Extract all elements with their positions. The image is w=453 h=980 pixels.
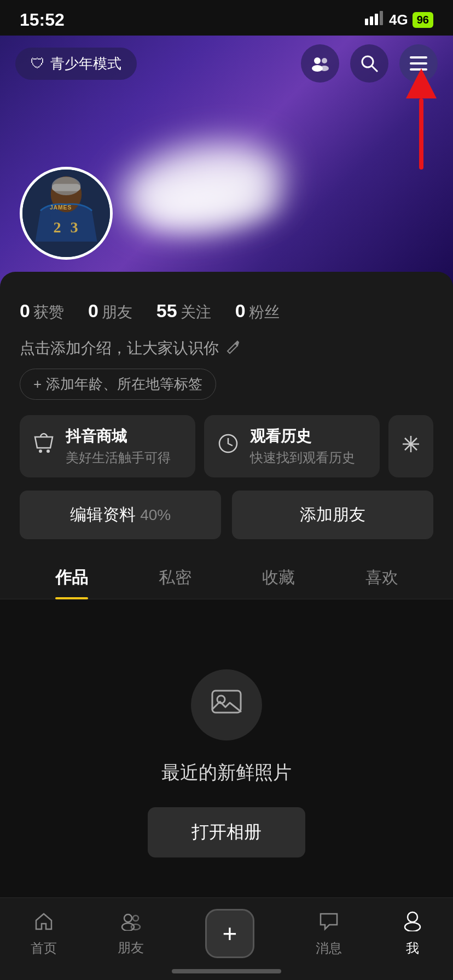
bio-row[interactable]: 点击添加介绍，让大家认识你 — [20, 334, 433, 369]
nav-add-button[interactable]: + — [205, 909, 254, 958]
nav-friends-label: 朋友 — [118, 939, 144, 956]
quick-links: 抖音商城 美好生活触手可得 观看历史 快速找到观看历史 — [20, 415, 433, 491]
shop-link[interactable]: 抖音商城 美好生活触手可得 — [20, 415, 195, 477]
nav-home[interactable]: 首页 — [31, 911, 57, 957]
svg-point-36 — [405, 923, 420, 931]
open-album-button[interactable]: 打开相册 — [148, 807, 305, 858]
stat-likes-num: 0 — [20, 300, 30, 322]
stat-friends-num: 0 — [88, 300, 98, 322]
battery-indicator: 96 — [413, 12, 433, 28]
edit-bio-icon — [225, 339, 241, 358]
tab-collect-label: 收藏 — [262, 568, 295, 586]
svg-rect-3 — [380, 11, 383, 25]
tags-row: + 添加年龄、所在地等标签 — [20, 369, 433, 415]
top-nav: 🛡 青少年模式 — [0, 36, 453, 91]
youth-mode-label: 青少年模式 — [50, 54, 121, 73]
empty-photo-icon — [210, 686, 243, 724]
edit-profile-percent: 40% — [140, 506, 171, 523]
nav-me[interactable]: 我 — [403, 911, 422, 957]
stat-following-label: 关注 — [181, 302, 211, 323]
add-tag-icon: + — [33, 376, 42, 393]
stat-fans-num: 0 — [235, 300, 246, 322]
add-tag-label: 添加年龄、所在地等标签 — [46, 375, 202, 394]
home-icon — [33, 911, 54, 936]
svg-rect-11 — [410, 62, 427, 65]
stat-likes: 0 获赞 — [20, 300, 64, 323]
history-text: 观看历史 快速找到观看历史 — [250, 426, 355, 466]
nav-me-label: 我 — [406, 940, 419, 957]
svg-point-8 — [362, 56, 373, 67]
messages-icon — [318, 911, 339, 936]
stat-friends-label: 朋友 — [102, 302, 132, 323]
search-nav-button[interactable] — [350, 44, 388, 83]
history-subtitle: 快速找到观看历史 — [250, 449, 355, 466]
stat-friends: 0 朋友 — [88, 300, 132, 323]
tab-likes[interactable]: 喜欢 — [330, 555, 433, 599]
svg-rect-20 — [52, 184, 81, 191]
add-friend-button[interactable]: 添加朋友 — [232, 491, 433, 539]
profile-section: 0 获赞 0 朋友 55 关注 0 粉丝 点击添加介绍，让大家认识你 + 添加年 — [0, 272, 453, 599]
shop-icon — [32, 431, 56, 461]
tab-works[interactable]: 作品 — [20, 555, 123, 599]
svg-text:3: 3 — [71, 219, 78, 236]
status-icons: 4G 96 — [365, 11, 433, 29]
bottom-nav: 首页 朋友 + 消息 我 — [0, 897, 453, 980]
svg-line-9 — [372, 66, 378, 72]
shop-subtitle: 美好生活触手可得 — [66, 449, 171, 466]
content-area: 最近的新鲜照片 打开相册 — [0, 599, 453, 928]
tab-private-label: 私密 — [159, 568, 191, 586]
svg-point-32 — [122, 923, 134, 931]
stat-likes-label: 获赞 — [33, 302, 64, 323]
svg-point-35 — [408, 912, 417, 922]
svg-rect-0 — [365, 19, 368, 25]
nav-friends[interactable]: 朋友 — [118, 911, 144, 956]
add-friend-label: 添加朋友 — [300, 505, 365, 523]
tab-private[interactable]: 私密 — [123, 555, 226, 599]
nav-messages[interactable]: 消息 — [316, 911, 342, 957]
friends-icon — [120, 911, 141, 936]
svg-rect-10 — [410, 56, 427, 59]
status-time: 15:52 — [20, 10, 65, 30]
youth-mode-button[interactable]: 🛡 青少年模式 — [15, 48, 137, 80]
star-icon — [400, 434, 421, 459]
svg-point-22 — [39, 450, 42, 453]
stat-fans-label: 粉丝 — [249, 302, 280, 323]
signal-icon — [365, 11, 385, 29]
nav-home-label: 首页 — [31, 940, 57, 957]
svg-text:2: 2 — [53, 219, 60, 236]
youth-mode-icon: 🛡 — [31, 55, 45, 72]
friends-nav-button[interactable] — [301, 44, 339, 83]
stat-fans: 0 粉丝 — [235, 300, 280, 323]
home-indicator — [172, 969, 281, 973]
arrow-line — [419, 98, 423, 170]
svg-point-34 — [131, 924, 140, 930]
edit-profile-label: 编辑资料 — [70, 505, 136, 523]
svg-rect-1 — [370, 16, 373, 25]
stats-row: 0 获赞 0 朋友 55 关注 0 粉丝 — [20, 287, 433, 334]
arrow-head — [406, 68, 437, 98]
svg-point-23 — [47, 450, 50, 453]
svg-point-7 — [320, 66, 329, 71]
svg-point-31 — [124, 914, 132, 922]
bio-placeholder: 点击添加介绍，让大家认识你 — [20, 338, 219, 359]
shop-title: 抖音商城 — [66, 426, 171, 447]
star-shortcut-button[interactable] — [388, 415, 433, 477]
cover-area: 🛡 青少年模式 — [0, 36, 453, 287]
empty-icon-circle — [191, 669, 262, 740]
red-arrow-annotation — [406, 68, 437, 164]
network-label: 4G — [389, 11, 408, 28]
empty-title: 最近的新鲜照片 — [161, 760, 292, 785]
svg-point-33 — [133, 915, 138, 921]
add-tag-button[interactable]: + 添加年龄、所在地等标签 — [20, 369, 216, 400]
me-icon — [403, 911, 422, 936]
tab-collect[interactable]: 收藏 — [226, 555, 330, 599]
svg-rect-29 — [212, 691, 241, 713]
history-link[interactable]: 观看历史 快速找到观看历史 — [204, 415, 380, 477]
history-icon — [216, 431, 240, 461]
svg-rect-2 — [375, 14, 378, 25]
action-buttons: 编辑资料 40% 添加朋友 — [20, 491, 433, 555]
tab-likes-label: 喜欢 — [365, 568, 398, 586]
nav-messages-label: 消息 — [316, 940, 342, 957]
shop-text: 抖音商城 美好生活触手可得 — [66, 426, 171, 466]
edit-profile-button[interactable]: 编辑资料 40% — [20, 491, 221, 539]
